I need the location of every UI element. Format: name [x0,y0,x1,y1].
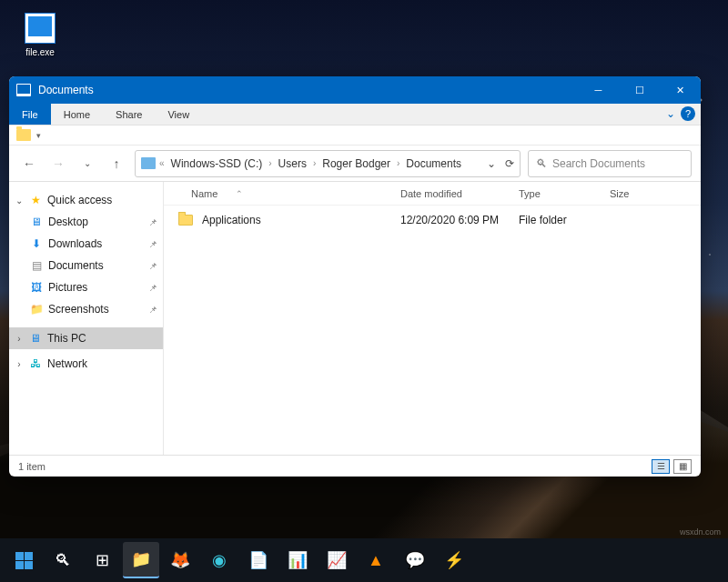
search-placeholder: Search Documents [552,157,645,170]
sidebar-item-pictures[interactable]: 🖼 Pictures 📌︎ [9,276,163,298]
sidebar-quick-access[interactable]: ⌄ ★ Quick access [9,189,163,211]
desktop-icon-file-exe[interactable]: file.exe [18,13,62,57]
list-item[interactable]: Applications 12/20/2020 6:09 PM File fol… [164,209,701,231]
item-type: File folder [519,214,610,226]
item-name: Applications [202,214,400,226]
sidebar-item-downloads[interactable]: ⬇ Downloads 📌︎ [9,233,163,255]
tab-view[interactable]: View [155,104,202,125]
navigation-pane: ⌄ ★ Quick access 🖥 Desktop 📌︎ ⬇ Download… [9,182,164,455]
address-bar-actions: ⌄ ⟳ [487,157,514,170]
status-text: 1 item [18,461,46,472]
breadcrumb-seg-0[interactable]: Windows-SSD (C:) [168,156,266,172]
watermark: wsxdn.com [680,527,721,537]
pin-icon: 📌︎ [148,261,157,271]
sidebar-network[interactable]: › 🖧 Network [9,353,163,375]
breadcrumb-seg-3[interactable]: Documents [403,156,464,172]
sort-up-icon: ⌃ [236,189,243,198]
chevron-down-icon[interactable]: ⌄ [15,196,24,206]
exe-icon [25,13,56,44]
titlebar[interactable]: Documents ─ ☐ ✕ [9,76,701,104]
quick-access-toolbar: ▾ [9,125,701,146]
qat-folder-icon[interactable] [16,129,31,141]
chevron-right-icon: › [397,158,399,168]
pin-icon: 📌︎ [148,239,157,249]
explorer-window: Documents ─ ☐ ✕ File Home Share View ⌄ ?… [9,76,701,477]
qat-dropdown-icon[interactable]: ▾ [36,131,41,140]
taskbar: 🔍︎ ⊞ 📁 🦊 ◉ 📄 📊 📈 ▲ 💬 ⚡ [0,538,728,582]
desktop-icon-label: file.exe [18,47,62,57]
address-bar[interactable]: « Windows-SSD (C:) › Users › Roger Bodge… [135,150,521,177]
task-view-button[interactable]: ⊞ [84,542,120,578]
navigation-bar: ← → ⌄ ↑ « Windows-SSD (C:) › Users › Rog… [9,146,701,182]
sidebar-item-screenshots[interactable]: 📁 Screenshots 📌︎ [9,298,163,320]
col-type[interactable]: Type [519,188,610,199]
status-bar: 1 item ☰ ▦ [9,455,701,477]
close-button[interactable]: ✕ [660,76,701,104]
ribbon-expand-icon[interactable]: ⌄ [666,107,675,120]
desktop-icon: 🖥 [29,216,44,228]
window-title: Documents [38,84,578,96]
sidebar-item-desktop[interactable]: 🖥 Desktop 📌︎ [9,211,163,233]
back-button[interactable]: ← [18,153,40,175]
taskbar-impress[interactable]: 📊 [279,542,316,578]
downloads-icon: ⬇ [29,237,44,250]
documents-icon: ▤ [29,259,44,272]
view-buttons: ☰ ▦ [652,459,692,474]
sidebar-this-pc[interactable]: › 🖥 This PC [9,327,163,349]
pin-icon: 📌︎ [148,305,157,315]
refresh-button[interactable]: ⟳ [505,157,514,170]
minimize-button[interactable]: ─ [578,76,619,104]
address-dropdown-icon[interactable]: ⌄ [487,157,496,170]
titlebar-app-icon [16,84,31,96]
col-date[interactable]: Date modified [400,188,519,199]
tab-home[interactable]: Home [51,104,103,125]
taskbar-firefox[interactable]: 🦊 [162,542,198,578]
folder-icon [178,215,193,226]
taskbar-app[interactable]: ⚡ [436,542,472,578]
taskbar-edge[interactable]: ◉ [201,542,238,578]
chevron-right-icon[interactable]: › [15,334,24,344]
up-button[interactable]: ↑ [106,153,127,175]
taskbar-calc[interactable]: 📈 [318,542,355,578]
view-details-button[interactable]: ☰ [652,459,670,474]
tab-share[interactable]: Share [103,104,155,125]
folder-icon: 📁 [29,303,44,316]
search-icon: 🔍︎ [536,157,547,170]
taskbar-writer[interactable]: 📄 [240,542,277,578]
col-name[interactable]: Name⌃ [191,188,400,199]
pictures-icon: 🖼 [29,281,44,294]
search-input[interactable]: 🔍︎ Search Documents [528,150,692,177]
network-icon: 🖧 [28,357,43,370]
column-headers: Name⌃ Date modified Type Size [164,182,701,206]
start-button[interactable] [5,542,42,578]
windows-logo-icon [15,552,33,569]
star-icon: ★ [28,194,43,206]
col-size[interactable]: Size [610,188,664,199]
pin-icon: 📌︎ [148,283,157,293]
breadcrumb-prefix: « [159,158,165,168]
sidebar-item-documents[interactable]: ▤ Documents 📌︎ [9,255,163,276]
chevron-right-icon: › [268,158,271,168]
view-icons-button[interactable]: ▦ [673,459,692,474]
titlebar-buttons: ─ ☐ ✕ [578,76,701,104]
recent-dropdown[interactable]: ⌄ [76,153,98,175]
ribbon-tabs: File Home Share View ⌄ ? [9,104,701,125]
taskbar-vlc[interactable]: ▲ [358,542,394,578]
file-list: Applications 12/20/2020 6:09 PM File fol… [164,206,701,455]
breadcrumb-seg-1[interactable]: Users [276,156,309,172]
maximize-button[interactable]: ☐ [619,76,660,104]
taskbar-file-explorer[interactable]: 📁 [123,542,159,578]
forward-button[interactable]: → [47,153,69,175]
taskbar-chat[interactable]: 💬 [397,542,433,578]
help-button[interactable]: ? [681,106,695,121]
pc-icon: 🖥 [28,332,43,345]
breadcrumb-seg-2[interactable]: Roger Bodger [319,156,393,172]
item-date: 12/20/2020 6:09 PM [400,214,519,226]
file-list-pane: Name⌃ Date modified Type Size Applicatio… [164,182,701,455]
chevron-right-icon: › [313,158,316,168]
pin-icon: 📌︎ [148,217,157,227]
tab-file[interactable]: File [9,104,51,125]
chevron-right-icon[interactable]: › [15,359,24,369]
search-button[interactable]: 🔍︎ [45,542,81,578]
content-area: ⌄ ★ Quick access 🖥 Desktop 📌︎ ⬇ Download… [9,182,701,455]
